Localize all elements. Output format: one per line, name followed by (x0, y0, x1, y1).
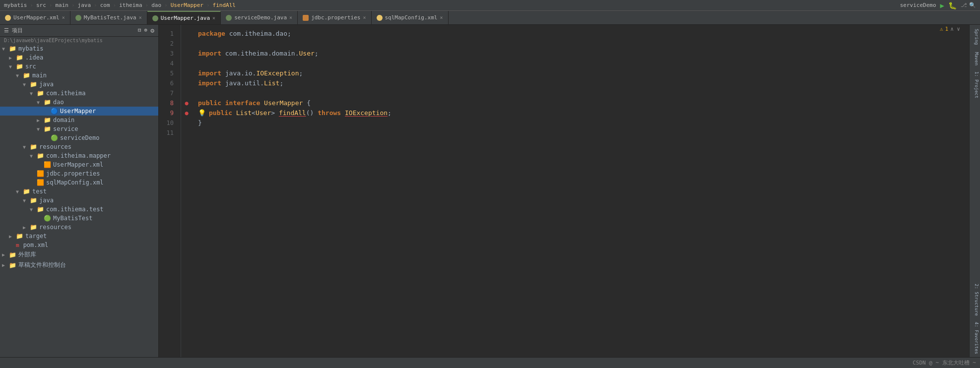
open-brace: { (307, 98, 311, 108)
tree-item-pom[interactable]: m pom.xml (0, 241, 158, 249)
collapse-all-button[interactable]: ⊟ (138, 27, 141, 34)
run-button[interactable]: ▶ (940, 1, 944, 9)
tree-label: dao (53, 99, 64, 106)
warning-arrows[interactable]: ∧ ∨ (950, 26, 960, 32)
sidebar-project-icon: ☰ (4, 27, 9, 34)
tree-item-usermapper[interactable]: 🔵 UserMapper (0, 107, 158, 116)
warning-bar: ⚠ 1 ∧ ∨ (940, 26, 960, 32)
tab-usermapper-xml[interactable]: UserMapper.xml × (0, 11, 70, 24)
tree-item-com-itheima[interactable]: ▼ 📁 com.itheima (0, 89, 158, 98)
tree-item-mybatis[interactable]: ▼ 📁 mybatis (0, 44, 158, 53)
tab-bar: UserMapper.xml × MyBatisTest.java × User… (0, 11, 980, 25)
tree-item-com-ithiema-test[interactable]: ▼ 📁 com.ithiema.test (0, 205, 158, 214)
tree-label: MyBatisTest (53, 215, 92, 222)
tree-item-external-libs[interactable]: ▶ 📁 外部库 (0, 249, 158, 260)
close-brace: } (198, 118, 202, 128)
keyword-public: public (198, 98, 221, 108)
tab-project[interactable]: 1: Project (970, 68, 980, 101)
tree-arrow: ▶ (37, 118, 44, 123)
tree-item-java-test[interactable]: ▼ 📁 java (0, 196, 158, 205)
tree-item-target[interactable]: ▶ 📁 target (0, 232, 158, 241)
tree-arrow: ▶ (9, 55, 16, 61)
code-line-9: 💡 public List<User> findAll() throws IOE… (198, 108, 969, 118)
tree-arrow: ▼ (9, 64, 16, 69)
package-name: com.itheima.dao (229, 29, 287, 39)
editor-content: 1 2 3 4 5 6 7 8 9 10 11 ● (159, 25, 969, 357)
line-numbers: 1 2 3 4 5 6 7 8 9 10 11 (159, 25, 181, 357)
tree-item-idea[interactable]: ▶ 📁 .idea (0, 53, 158, 62)
tree-item-main[interactable]: ▼ 📁 main (0, 71, 158, 80)
tab-close-usermapper-xml[interactable]: × (62, 15, 65, 20)
tab-close-sqlmapconfig[interactable]: × (440, 15, 443, 20)
keyword-throws: throws (318, 108, 341, 118)
menu-usermapper[interactable]: UserMapper (171, 2, 203, 8)
keyword-import2: import (198, 68, 221, 78)
tree-item-servicedemo[interactable]: 🟢 serviceDemo (0, 133, 158, 142)
tab-spring[interactable]: Spring (970, 25, 980, 49)
tab-usermapper-java[interactable]: UserMapper.java × (147, 11, 221, 24)
debug-button[interactable]: 🐛 (948, 1, 957, 9)
tab-maven[interactable]: Maven (970, 49, 980, 68)
tree-item-resources-main[interactable]: ▼ 📁 resources (0, 142, 158, 151)
warning-count: 1 (945, 26, 949, 32)
menu-dao[interactable]: dao (151, 2, 161, 8)
line-num-4: 4 (159, 59, 177, 68)
tree-item-src[interactable]: ▼ 📁 src (0, 62, 158, 71)
run-config-label[interactable]: serviceDemo (900, 2, 936, 8)
java-icon (152, 15, 158, 21)
folder-icon: 📁 (44, 125, 51, 132)
tree-label: target (25, 233, 47, 240)
tab-structure[interactable]: 2: Structure (970, 281, 980, 319)
class-icon: 🟢 (44, 215, 51, 222)
tab-favorites[interactable]: 4: Favorites (970, 319, 980, 357)
tab-mybatistest[interactable]: MyBatisTest.java × (70, 11, 147, 24)
tree-item-sqlmapconfig[interactable]: 🟧 sqlMapConfig.xml (0, 178, 158, 187)
search-everywhere-icon[interactable]: 🔍 (969, 2, 976, 8)
folder-icon: 📁 (30, 197, 37, 204)
tree-arrow: ▼ (30, 91, 37, 96)
top-bar: mybatis › src › main › java › com › ithe… (0, 0, 980, 11)
tab-close-servicedemo[interactable]: × (289, 15, 292, 20)
menu-itheima[interactable]: itheima (119, 2, 142, 8)
bulb-icon[interactable]: 💡 (198, 108, 206, 118)
tab-close-mybatistest[interactable]: × (139, 15, 142, 20)
menu-com[interactable]: com (100, 2, 110, 8)
code-area[interactable]: package com.itheima.dao; import com.ithe… (192, 25, 969, 357)
tree-label: com.itheima (46, 90, 85, 97)
menu-findall[interactable]: findAll (213, 2, 236, 8)
tree-item-resources-test[interactable]: ▶ 📁 resources (0, 223, 158, 232)
marker-2 (181, 39, 192, 49)
main-content: ☰ 项目 ⊟ ⊕ ⚙ D:\javaweb\javaEEProjects\myb… (0, 25, 980, 357)
tab-jdbc-properties[interactable]: jdbc.properties × (298, 11, 371, 24)
menu-mybatis[interactable]: mybatis (4, 2, 27, 8)
git-icon[interactable]: ⎇ (961, 2, 967, 8)
tree-item-java[interactable]: ▼ 📁 java (0, 80, 158, 89)
tree-item-dao[interactable]: ▼ 📁 dao (0, 98, 158, 107)
menu-java[interactable]: java (78, 2, 91, 8)
tab-close-jdbc[interactable]: × (363, 15, 366, 20)
tree-item-jdbc-properties[interactable]: 🟧 jdbc.properties (0, 169, 158, 178)
tree-item-mybatistest[interactable]: 🟢 MyBatisTest (0, 214, 158, 223)
tree-item-service[interactable]: ▼ 📁 service (0, 124, 158, 133)
tab-servicedemo[interactable]: serviceDemo.java × (221, 11, 298, 24)
menu-src[interactable]: src (36, 2, 46, 8)
tree-label: sqlMapConfig.xml (46, 179, 104, 186)
folder-icon: 📁 (23, 188, 30, 195)
xml-file-icon: 🟧 (37, 179, 44, 186)
tree-item-usermapper-xml[interactable]: 🟧 UserMapper.xml (0, 160, 158, 169)
settings-button[interactable]: ⚙ (150, 27, 154, 34)
keyword-import: import (198, 49, 221, 59)
menu-main[interactable]: main (55, 2, 68, 8)
sidebar-header: ☰ 项目 ⊟ ⊕ ⚙ (0, 25, 158, 37)
tree-item-test[interactable]: ▼ 📁 test (0, 187, 158, 196)
tree-item-scratches[interactable]: ▶ 📁 草稿文件和控制台 (0, 260, 158, 270)
tree-item-domain[interactable]: ▶ 📁 domain (0, 116, 158, 124)
tab-sqlmapconfig[interactable]: sqlMapConfig.xml × (372, 11, 449, 24)
tree-item-com-itheima-mapper[interactable]: ▼ 📁 com.itheima.mapper (0, 151, 158, 160)
list-type: List (236, 108, 252, 118)
tab-close-usermapper-java[interactable]: × (212, 15, 215, 21)
code-line-3: import com.itheima.domain.User; (198, 49, 969, 59)
code-line-7 (198, 88, 969, 98)
locate-button[interactable]: ⊕ (144, 27, 148, 34)
tree-arrow: ▼ (37, 100, 44, 105)
